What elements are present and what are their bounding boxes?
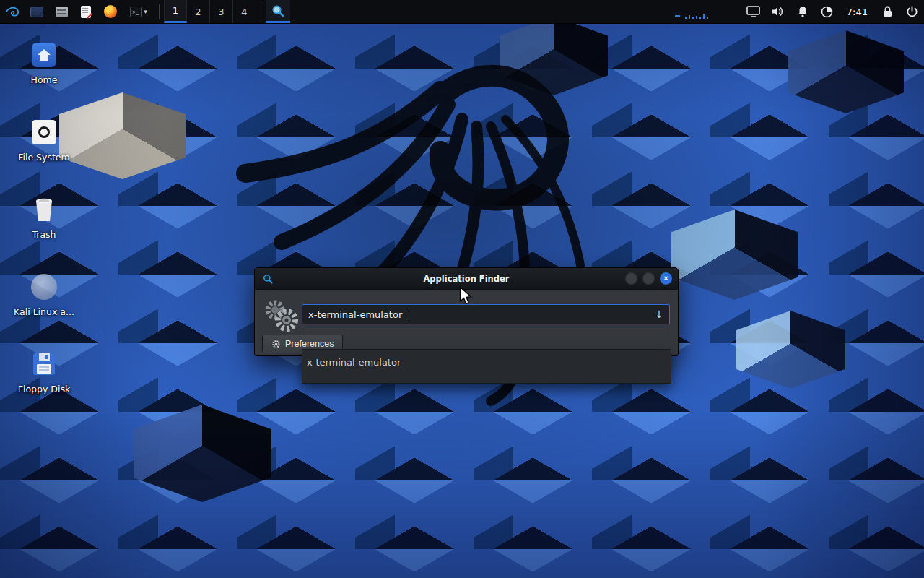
text-cursor — [409, 309, 409, 320]
floppy-disk-icon — [32, 352, 56, 376]
file-system-icon — [32, 120, 56, 144]
lock-tray-button[interactable] — [875, 0, 899, 23]
completion-dropdown: x-terminal-emulator — [302, 349, 671, 384]
display-icon — [746, 6, 760, 17]
application-finder-window: Application Finder × Preferences x-termi… — [254, 267, 679, 356]
firefox-launcher[interactable] — [98, 0, 123, 23]
indicator-tick — [675, 0, 682, 23]
kali-dragon-icon — [4, 4, 20, 20]
desktop-icon-label: Floppy Disk — [18, 384, 70, 394]
top-panel: >_ ▾ 1 2 3 4 — [0, 0, 924, 24]
completion-item[interactable]: x-terminal-emulator — [302, 350, 671, 368]
volume-icon — [772, 6, 785, 17]
desktop-icon-kali-docs[interactable]: Kali Linux a... — [13, 272, 75, 317]
files-window-icon — [30, 7, 43, 17]
firefox-icon — [104, 5, 117, 18]
window-title: Application Finder — [255, 274, 678, 284]
panel-separator — [159, 4, 160, 19]
desktop-icon-file-system[interactable]: File System — [13, 117, 75, 163]
app-finder-taskbar-button[interactable] — [266, 0, 290, 23]
workspace-3-button[interactable]: 3 — [210, 0, 233, 23]
system-monitor-graph[interactable] — [682, 0, 741, 23]
network-tray-button[interactable] — [815, 0, 840, 23]
network-icon — [821, 6, 833, 18]
terminal-launcher[interactable]: >_ ▾ — [123, 0, 154, 23]
titlebar[interactable]: Application Finder × — [255, 268, 678, 290]
workspace-2-button[interactable]: 2 — [187, 0, 210, 23]
file-manager-launcher[interactable] — [49, 0, 74, 23]
kali-docs-icon — [31, 274, 57, 300]
desktop-icon-label: Kali Linux a... — [14, 306, 74, 317]
workspace-switcher: 1 2 3 4 — [164, 0, 256, 23]
preferences-label: Preferences — [285, 339, 334, 349]
notifications-tray-button[interactable] — [790, 0, 815, 23]
document-pen-icon — [81, 6, 91, 18]
power-icon — [906, 6, 918, 18]
window-body: Preferences x-terminal-emulator ↓ x-term… — [255, 290, 678, 356]
close-button[interactable]: × — [660, 272, 672, 285]
panel-separator — [261, 4, 261, 19]
maximize-button[interactable] — [642, 272, 655, 285]
panel-launchers: >_ ▾ 1 2 3 4 — [0, 0, 290, 23]
desktop-icon-label: Home — [31, 74, 58, 85]
minimize-button[interactable] — [625, 272, 637, 285]
logout-tray-button[interactable] — [899, 0, 924, 23]
dropdown-arrow-icon[interactable]: ↓ — [655, 309, 663, 320]
desktop-icon-label: Trash — [32, 229, 56, 240]
gears-icon — [261, 296, 298, 333]
text-editor-launcher[interactable] — [74, 0, 98, 23]
magnifier-icon — [271, 4, 285, 18]
files-launcher[interactable] — [25, 0, 49, 23]
notifications-bell-icon — [797, 6, 808, 17]
volume-tray-button[interactable] — [766, 0, 790, 23]
chevron-down-icon: ▾ — [144, 8, 147, 15]
desktop-icon-label: File System — [18, 152, 70, 163]
search-input-value: x-terminal-emulator — [308, 309, 402, 320]
clock[interactable]: 7:41 — [840, 0, 875, 23]
panel-status-area: 7:41 — [675, 0, 924, 23]
lock-icon — [882, 6, 893, 17]
search-input[interactable]: x-terminal-emulator ↓ — [302, 304, 670, 324]
terminal-icon: >_ — [130, 7, 142, 17]
home-icon — [32, 43, 56, 67]
desktop-icon-trash[interactable]: Trash — [13, 194, 75, 240]
file-cabinet-icon — [56, 7, 68, 17]
desktop-icon-floppy[interactable]: Floppy Disk — [13, 349, 75, 394]
kali-menu-button[interactable] — [0, 0, 25, 23]
gear-icon — [271, 340, 281, 349]
workspace-4-button[interactable]: 4 — [233, 0, 256, 23]
workspace-1-button[interactable]: 1 — [164, 0, 187, 23]
display-tray-button[interactable] — [741, 0, 766, 23]
app-finder-window-icon — [262, 273, 274, 285]
trash-icon — [33, 197, 55, 223]
desktop-icon-home[interactable]: Home — [13, 40, 75, 85]
